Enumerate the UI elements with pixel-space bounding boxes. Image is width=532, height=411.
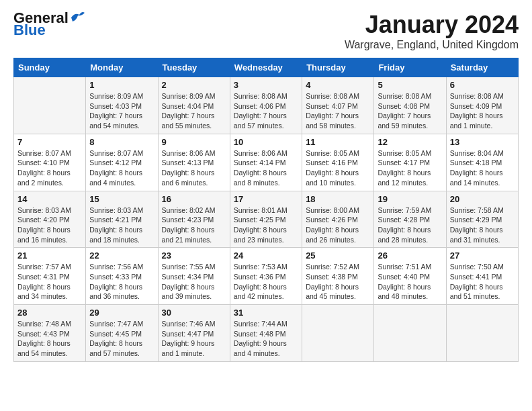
calendar-day-cell: 1Sunrise: 8:09 AM Sunset: 4:03 PM Daylig… (86, 77, 158, 134)
day-of-week-header: Saturday (446, 58, 518, 77)
day-number: 12 (378, 137, 442, 147)
calendar-week-row: 14Sunrise: 8:03 AM Sunset: 4:20 PM Dayli… (14, 191, 519, 248)
calendar-day-cell: 27Sunrise: 7:50 AM Sunset: 4:41 PM Dayli… (446, 248, 518, 305)
day-number: 24 (234, 250, 298, 261)
day-detail: Sunrise: 7:53 AM Sunset: 4:36 PM Dayligh… (234, 262, 298, 302)
calendar-day-cell: 5Sunrise: 8:08 AM Sunset: 4:08 PM Daylig… (374, 77, 446, 134)
calendar-week-row: 28Sunrise: 7:48 AM Sunset: 4:43 PM Dayli… (14, 305, 519, 362)
day-detail: Sunrise: 7:52 AM Sunset: 4:38 PM Dayligh… (306, 262, 370, 302)
day-number: 13 (450, 137, 515, 147)
day-number: 30 (162, 308, 226, 318)
location-subtitle: Wargrave, England, United Kingdom (345, 39, 519, 51)
day-number: 20 (450, 194, 515, 204)
day-number: 29 (89, 308, 154, 318)
calendar-day-cell: 6Sunrise: 8:08 AM Sunset: 4:09 PM Daylig… (446, 77, 518, 134)
calendar-day-cell: 15Sunrise: 8:03 AM Sunset: 4:21 PM Dayli… (86, 191, 158, 248)
calendar-day-cell (446, 305, 518, 362)
day-detail: Sunrise: 8:04 AM Sunset: 4:18 PM Dayligh… (450, 148, 515, 188)
month-year-title: January 2024 (345, 11, 519, 39)
calendar-day-cell: 11Sunrise: 8:05 AM Sunset: 4:16 PM Dayli… (302, 134, 374, 191)
calendar-day-cell: 19Sunrise: 7:59 AM Sunset: 4:28 PM Dayli… (374, 191, 446, 248)
day-number: 3 (234, 80, 298, 90)
day-detail: Sunrise: 8:02 AM Sunset: 4:23 PM Dayligh… (162, 205, 226, 245)
day-number: 14 (17, 194, 82, 204)
day-number: 28 (17, 308, 82, 318)
day-detail: Sunrise: 7:48 AM Sunset: 4:43 PM Dayligh… (17, 319, 82, 359)
calendar-day-cell: 28Sunrise: 7:48 AM Sunset: 4:43 PM Dayli… (14, 305, 86, 362)
day-detail: Sunrise: 8:05 AM Sunset: 4:17 PM Dayligh… (378, 148, 442, 188)
calendar-day-cell: 23Sunrise: 7:55 AM Sunset: 4:34 PM Dayli… (158, 248, 230, 305)
calendar-day-cell: 7Sunrise: 8:07 AM Sunset: 4:10 PM Daylig… (14, 134, 86, 191)
calendar-day-cell: 10Sunrise: 8:06 AM Sunset: 4:14 PM Dayli… (230, 134, 302, 191)
calendar-body: 1Sunrise: 8:09 AM Sunset: 4:03 PM Daylig… (14, 77, 519, 362)
calendar-day-cell: 22Sunrise: 7:56 AM Sunset: 4:33 PM Dayli… (86, 248, 158, 305)
header-row: SundayMondayTuesdayWednesdayThursdayFrid… (14, 58, 519, 77)
day-detail: Sunrise: 8:08 AM Sunset: 4:09 PM Dayligh… (450, 91, 515, 131)
day-detail: Sunrise: 7:56 AM Sunset: 4:33 PM Dayligh… (89, 262, 154, 302)
day-detail: Sunrise: 7:46 AM Sunset: 4:47 PM Dayligh… (162, 319, 226, 359)
day-detail: Sunrise: 7:55 AM Sunset: 4:34 PM Dayligh… (162, 262, 226, 302)
day-detail: Sunrise: 8:08 AM Sunset: 4:07 PM Dayligh… (306, 91, 370, 131)
day-detail: Sunrise: 7:47 AM Sunset: 4:45 PM Dayligh… (89, 319, 154, 359)
logo: General Blue (13, 11, 85, 38)
calendar-day-cell: 25Sunrise: 7:52 AM Sunset: 4:38 PM Dayli… (302, 248, 374, 305)
logo-bird-icon (70, 11, 85, 23)
page-header: General Blue January 2024 Wargrave, Engl… (13, 11, 519, 51)
day-detail: Sunrise: 8:09 AM Sunset: 4:03 PM Dayligh… (89, 91, 154, 131)
calendar-day-cell (374, 305, 446, 362)
calendar-day-cell: 13Sunrise: 8:04 AM Sunset: 4:18 PM Dayli… (446, 134, 518, 191)
day-of-week-header: Sunday (14, 58, 86, 77)
calendar-day-cell: 30Sunrise: 7:46 AM Sunset: 4:47 PM Dayli… (158, 305, 230, 362)
calendar-day-cell: 17Sunrise: 8:01 AM Sunset: 4:25 PM Dayli… (230, 191, 302, 248)
calendar-day-cell: 26Sunrise: 7:51 AM Sunset: 4:40 PM Dayli… (374, 248, 446, 305)
calendar-day-cell: 24Sunrise: 7:53 AM Sunset: 4:36 PM Dayli… (230, 248, 302, 305)
calendar-day-cell (14, 77, 86, 134)
day-number: 8 (89, 137, 154, 147)
day-number: 15 (89, 194, 154, 204)
calendar-day-cell: 3Sunrise: 8:08 AM Sunset: 4:06 PM Daylig… (230, 77, 302, 134)
day-number: 25 (306, 250, 370, 261)
calendar-day-cell: 2Sunrise: 8:09 AM Sunset: 4:04 PM Daylig… (158, 77, 230, 134)
calendar-day-cell: 14Sunrise: 8:03 AM Sunset: 4:20 PM Dayli… (14, 191, 86, 248)
day-number: 6 (450, 80, 515, 90)
day-detail: Sunrise: 8:05 AM Sunset: 4:16 PM Dayligh… (306, 148, 370, 188)
day-of-week-header: Friday (374, 58, 446, 77)
day-detail: Sunrise: 8:09 AM Sunset: 4:04 PM Dayligh… (162, 91, 226, 131)
calendar-day-cell (302, 305, 374, 362)
calendar-week-row: 7Sunrise: 8:07 AM Sunset: 4:10 PM Daylig… (14, 134, 519, 191)
day-number: 7 (17, 137, 82, 147)
day-of-week-header: Wednesday (230, 58, 302, 77)
calendar-week-row: 1Sunrise: 8:09 AM Sunset: 4:03 PM Daylig… (14, 77, 519, 134)
day-number: 26 (378, 250, 442, 261)
day-number: 9 (162, 137, 226, 147)
day-number: 18 (306, 194, 370, 204)
calendar-header: SundayMondayTuesdayWednesdayThursdayFrid… (14, 58, 519, 77)
day-number: 1 (89, 80, 154, 90)
calendar-table: SundayMondayTuesdayWednesdayThursdayFrid… (13, 58, 519, 362)
day-number: 31 (234, 308, 298, 318)
day-detail: Sunrise: 7:58 AM Sunset: 4:29 PM Dayligh… (450, 205, 515, 245)
day-number: 5 (378, 80, 442, 90)
day-number: 17 (234, 194, 298, 204)
day-detail: Sunrise: 8:07 AM Sunset: 4:10 PM Dayligh… (17, 148, 82, 188)
day-detail: Sunrise: 8:07 AM Sunset: 4:12 PM Dayligh… (89, 148, 154, 188)
day-detail: Sunrise: 8:06 AM Sunset: 4:14 PM Dayligh… (234, 148, 298, 188)
day-number: 23 (162, 250, 226, 261)
day-number: 27 (450, 250, 515, 261)
day-detail: Sunrise: 8:01 AM Sunset: 4:25 PM Dayligh… (234, 205, 298, 245)
day-number: 22 (89, 250, 154, 261)
day-detail: Sunrise: 7:44 AM Sunset: 4:48 PM Dayligh… (234, 319, 298, 359)
day-number: 11 (306, 137, 370, 147)
day-number: 16 (162, 194, 226, 204)
day-detail: Sunrise: 7:57 AM Sunset: 4:31 PM Dayligh… (17, 262, 82, 302)
day-of-week-header: Thursday (302, 58, 374, 77)
calendar-day-cell: 20Sunrise: 7:58 AM Sunset: 4:29 PM Dayli… (446, 191, 518, 248)
day-detail: Sunrise: 7:59 AM Sunset: 4:28 PM Dayligh… (378, 205, 442, 245)
day-number: 19 (378, 194, 442, 204)
day-detail: Sunrise: 8:08 AM Sunset: 4:06 PM Dayligh… (234, 91, 298, 131)
calendar-day-cell: 8Sunrise: 8:07 AM Sunset: 4:12 PM Daylig… (86, 134, 158, 191)
calendar-day-cell: 9Sunrise: 8:06 AM Sunset: 4:13 PM Daylig… (158, 134, 230, 191)
day-detail: Sunrise: 8:00 AM Sunset: 4:26 PM Dayligh… (306, 205, 370, 245)
day-detail: Sunrise: 8:08 AM Sunset: 4:08 PM Dayligh… (378, 91, 442, 131)
calendar-day-cell: 18Sunrise: 8:00 AM Sunset: 4:26 PM Dayli… (302, 191, 374, 248)
